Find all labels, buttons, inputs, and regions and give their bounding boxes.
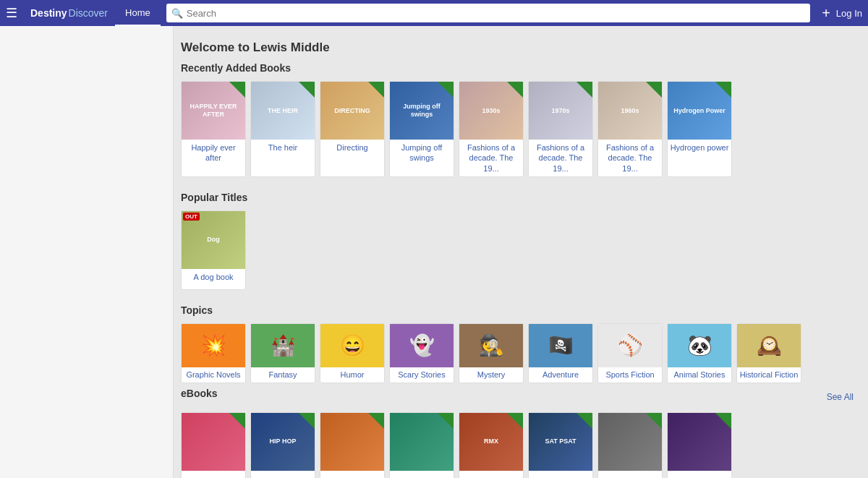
book-title: [668, 471, 731, 478]
topics-title: Topics: [181, 304, 854, 316]
popular-books-row: OUTDogA dog book: [181, 210, 854, 290]
book-title: A dog book: [182, 269, 245, 289]
book-card[interactable]: HIP HOP: [250, 412, 315, 478]
book-title: [459, 471, 523, 478]
brand-destiny: Destiny: [30, 7, 67, 19]
book-title: [251, 471, 315, 478]
in-badge: [368, 82, 384, 98]
nav-home[interactable]: Home: [115, 0, 161, 26]
book-title: The heir: [251, 140, 315, 160]
ebooks-title: eBooks: [181, 388, 218, 399]
topic-card[interactable]: 🏴‍☠️Adventure: [528, 323, 593, 383]
book-card[interactable]: [389, 412, 454, 478]
topics-section: Topics 💥Graphic Novels🏰Fantasy😄Humor👻Sca…: [181, 304, 854, 383]
topic-label: Historical Fiction: [737, 367, 801, 383]
book-title: Hydrogen power: [668, 140, 731, 160]
in-badge: [229, 82, 245, 98]
book-title: [598, 471, 662, 478]
book-card[interactable]: [667, 412, 732, 478]
recently-added-books-row: HAPPILY EVER AFTERHappily ever afterTHE …: [181, 81, 854, 177]
topic-card[interactable]: 😄Humor: [320, 323, 385, 383]
book-title: Fashions of a decade. The 19...: [459, 140, 523, 176]
sidebar: [0, 26, 174, 478]
in-badge: [507, 82, 523, 98]
book-title: [182, 471, 245, 478]
recently-added-title: Recently Added Books: [181, 62, 854, 74]
in-badge: [576, 82, 592, 98]
search-icon: 🔍: [171, 8, 183, 19]
in-badge: [576, 413, 592, 429]
home-label: Home: [125, 7, 150, 18]
topic-card[interactable]: 💥Graphic Novels: [181, 323, 246, 383]
topic-icon: 😄: [320, 324, 384, 367]
login-button[interactable]: Log In: [836, 8, 862, 19]
book-card[interactable]: Hydrogen PowerHydrogen power: [667, 81, 732, 177]
brand-discover: Discover: [69, 7, 108, 19]
popular-book-card[interactable]: OUTDogA dog book: [181, 210, 246, 290]
topic-label: Humor: [320, 367, 384, 383]
book-card[interactable]: DIRECTINGDirecting: [320, 81, 385, 177]
topic-icon: 👻: [390, 324, 454, 367]
book-card[interactable]: THE HEIRThe heir: [250, 81, 315, 177]
ebooks-header: eBooks See All: [181, 388, 854, 406]
topics-row: 💥Graphic Novels🏰Fantasy😄Humor👻Scary Stor…: [181, 323, 854, 383]
topic-icon: 🕰️: [737, 324, 801, 367]
book-card[interactable]: SAT PSAT: [528, 412, 593, 478]
topic-icon: 🕵️: [459, 324, 523, 367]
topic-label: Adventure: [529, 367, 592, 383]
book-card[interactable]: RMX: [459, 412, 524, 478]
topic-icon: ⚾: [598, 324, 662, 367]
topic-label: Animal Stories: [668, 367, 731, 383]
popular-titles-section: Popular Titles OUTDogA dog book: [181, 192, 854, 290]
topic-card[interactable]: 🕵️Mystery: [459, 323, 524, 383]
topic-icon: 🐼: [668, 324, 731, 367]
in-badge: [368, 413, 384, 429]
out-badge: OUT: [183, 213, 200, 221]
book-title: Directing: [320, 140, 384, 160]
topic-icon: 💥: [182, 324, 245, 367]
in-badge: [507, 413, 523, 429]
topic-icon: 🏴‍☠️: [529, 324, 592, 367]
header: ☰ Destiny Discover Home 🔍 + Log In: [0, 0, 868, 26]
book-card[interactable]: HAPPILY EVER AFTERHappily ever after: [181, 81, 246, 177]
topic-label: Graphic Novels: [182, 367, 245, 383]
book-card[interactable]: [320, 412, 385, 478]
topic-label: Sports Fiction: [598, 367, 662, 383]
topic-card[interactable]: 🕰️Historical Fiction: [736, 323, 801, 383]
book-title: [529, 471, 592, 478]
book-card[interactable]: [597, 412, 663, 478]
ebooks-books-row: HIP HOPRMXSAT PSAT: [181, 412, 854, 478]
book-title: Jumping off swings: [390, 140, 454, 166]
topic-card[interactable]: ⚾Sports Fiction: [597, 323, 663, 383]
brand: Destiny Discover: [23, 0, 115, 26]
in-badge: [299, 413, 315, 429]
topic-card[interactable]: 🏰Fantasy: [250, 323, 315, 383]
in-badge: [229, 413, 245, 429]
in-badge: [715, 413, 731, 429]
in-badge: [438, 82, 454, 98]
search-bar: 🔍: [166, 4, 810, 22]
book-title: [390, 471, 454, 478]
page-title: Welcome to Lewis Middle: [181, 40, 854, 55]
topic-card[interactable]: 🐼Animal Stories: [667, 323, 732, 383]
in-badge: [438, 413, 454, 429]
book-title: Happily ever after: [182, 140, 245, 166]
book-card[interactable]: 1970sFashions of a decade. The 19...: [528, 81, 593, 177]
book-card[interactable]: Jumping off swingsJumping off swings: [389, 81, 454, 177]
in-badge: [299, 82, 315, 98]
see-all-link[interactable]: See All: [827, 392, 854, 402]
recently-added-section: Recently Added Books HAPPILY EVER AFTERH…: [181, 62, 854, 177]
topic-label: Fantasy: [251, 367, 315, 383]
in-badge: [715, 82, 731, 98]
search-input[interactable]: [166, 4, 810, 22]
topic-label: Scary Stories: [390, 367, 454, 383]
topic-card[interactable]: 👻Scary Stories: [389, 323, 454, 383]
book-card[interactable]: 1930sFashions of a decade. The 19...: [459, 81, 524, 177]
add-button[interactable]: +: [822, 5, 830, 22]
popular-titles-title: Popular Titles: [181, 192, 854, 203]
book-title: Fashions of a decade. The 19...: [529, 140, 592, 176]
menu-icon[interactable]: ☰: [6, 5, 17, 21]
book-card[interactable]: 1960sFashions of a decade. The 19...: [597, 81, 663, 177]
book-card[interactable]: [181, 412, 246, 478]
book-title: Fashions of a decade. The 19...: [598, 140, 662, 176]
